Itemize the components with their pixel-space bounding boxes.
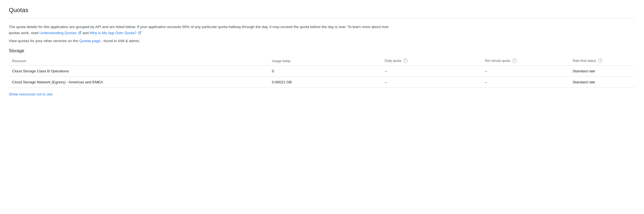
page-title: Quotas	[9, 7, 635, 14]
col-header-usage: Usage today	[272, 57, 385, 66]
col-header-rate-limit: Rate limit status ?	[572, 57, 635, 66]
svg-line-1	[140, 32, 141, 33]
svg-line-0	[80, 32, 81, 33]
description-link1-mid: and	[83, 31, 90, 35]
why-over-quota-link[interactable]: Why is My App Over Quota?	[90, 31, 141, 35]
quota-table: Resource Usage today Daily quota ? Per-m…	[9, 57, 635, 88]
page-container: Quotas The quota details for this applic…	[0, 0, 644, 103]
col-header-per-minute: Per-minute quota ?	[485, 57, 573, 66]
section-divider	[9, 18, 635, 18]
cell-usage-today: 0.00021 GB	[272, 76, 385, 87]
cell-resource: Cloud Storage Network (Egress) - America…	[9, 76, 272, 87]
cell-rate-limit-status: Standard rate	[572, 76, 635, 87]
cell-per-minute-quota: --	[485, 76, 573, 87]
quotas-page-link[interactable]: Quotas page	[79, 39, 100, 43]
table-row: Cloud Storage Class B Operations0----Sta…	[9, 65, 635, 76]
description-block: The quota details for this application a…	[9, 24, 394, 44]
external-link-icon-2	[138, 31, 141, 34]
cell-resource: Cloud Storage Class B Operations	[9, 65, 272, 76]
cell-per-minute-quota: --	[485, 65, 573, 76]
external-link-icon-1	[78, 31, 81, 34]
cell-daily-quota: --	[385, 76, 485, 87]
table-row: Cloud Storage Network (Egress) - America…	[9, 76, 635, 87]
cell-usage-today: 0	[272, 65, 385, 76]
daily-quota-help-icon[interactable]: ?	[403, 59, 408, 63]
col-header-resource: Resource	[9, 57, 272, 66]
per-minute-help-icon[interactable]: ?	[512, 59, 517, 63]
description-line2: View quotas for your other services on t…	[9, 38, 394, 44]
description-line1: The quota details for this application a…	[9, 24, 394, 36]
show-resources-link[interactable]: Show resources not in use	[9, 92, 53, 96]
cell-rate-limit-status: Standard rate	[572, 65, 635, 76]
rate-limit-help-icon[interactable]: ?	[598, 59, 602, 63]
understanding-quotas-link[interactable]: Understanding Quotas	[39, 31, 83, 35]
table-body: Cloud Storage Class B Operations0----Sta…	[9, 65, 635, 87]
table-header-row: Resource Usage today Daily quota ? Per-m…	[9, 57, 635, 66]
storage-section-title: Storage	[9, 48, 635, 53]
cell-daily-quota: --	[385, 65, 485, 76]
col-header-daily-quota: Daily quota ?	[385, 57, 485, 66]
